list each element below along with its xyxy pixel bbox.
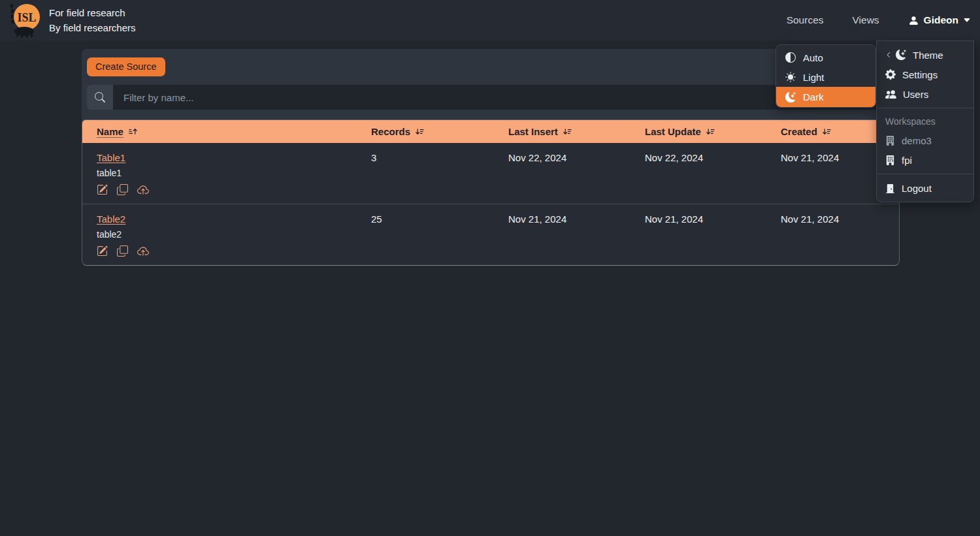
sun-icon [785,72,796,82]
theme-option-label: Light [803,72,825,83]
theme-option-light[interactable]: Light [776,67,875,87]
column-label: Last Update [645,126,701,137]
tagline-line-1: For field research [49,5,136,20]
table-name-link[interactable]: Table2 [97,213,125,225]
user-dropdown-menu: Theme Settings Users Workspaces demo3 fp… [876,40,974,202]
menu-divider [877,174,973,174]
svg-text:ISL: ISL [17,11,36,24]
last-insert-cell: Nov 22, 2024 [494,143,630,204]
menu-divider [877,108,973,108]
table-slug: table2 [97,229,357,240]
building-icon [885,155,895,165]
filter-bar [87,85,894,110]
caret-down-icon [963,16,971,24]
theme-option-label: Dark [803,91,824,102]
menu-item-settings[interactable]: Settings [877,65,973,84]
name-cell: Table2 table2 [82,204,357,265]
moon-stars-icon [785,92,796,102]
nav-link-views[interactable]: Views [853,14,879,26]
table-row: Table1 table1 3 Nov 22, 2024 Nov 22, 202… [82,143,899,204]
cloud-upload-icon[interactable] [137,184,149,196]
sort-desc-icon[interactable] [563,127,572,136]
nav-link-sources[interactable]: Sources [787,14,824,26]
door-icon [885,183,895,193]
sort-asc-icon[interactable] [128,127,138,136]
column-header-records[interactable]: Records [357,120,494,143]
column-header-last-insert[interactable]: Last Insert [494,120,630,143]
theme-option-label: Auto [803,52,823,63]
column-label: Name [97,126,123,137]
cloud-upload-icon[interactable] [137,245,149,257]
user-name: Gideon [924,14,958,26]
menu-item-workspace-fpi[interactable]: fpi [877,150,973,170]
created-cell: Nov 21, 2024 [766,204,899,265]
theme-option-auto[interactable]: Auto [776,48,875,67]
records-cell: 25 [357,204,494,265]
moon-stars-icon [896,50,906,60]
theme-option-dark[interactable]: Dark [776,87,875,107]
circle-half-icon [785,52,796,63]
sort-desc-icon[interactable] [706,127,715,136]
name-cell: Table1 table1 [82,143,357,204]
navbar: ISL For field research By field research… [0,0,980,40]
edit-icon[interactable] [97,184,108,196]
search-addon [87,85,113,110]
row-actions [97,245,357,265]
column-header-name[interactable]: Name [82,120,357,143]
menu-item-workspace-demo3[interactable]: demo3 [877,131,973,150]
create-source-button[interactable]: Create Source [87,57,165,76]
app-logo[interactable]: ISL [8,3,41,38]
chevron-left-icon [885,52,892,58]
sources-table: Name Records Last Insert Last Update [82,119,900,266]
menu-item-logout[interactable]: Logout [877,178,973,198]
workspace-label: demo3 [902,135,932,146]
copy-icon[interactable] [117,184,128,196]
person-icon [908,15,919,26]
tagline-line-2: By field researchers [49,20,136,35]
table-name-link[interactable]: Table1 [97,152,125,163]
last-update-cell: Nov 22, 2024 [630,143,766,204]
last-update-cell: Nov 21, 2024 [630,204,766,265]
user-menu-toggle[interactable]: Gideon [908,14,971,26]
column-label: Last Insert [508,126,558,137]
sort-desc-icon[interactable] [415,127,425,136]
gear-icon [885,69,896,80]
row-actions [97,184,357,204]
theme-submenu: Auto Light Dark [776,44,876,108]
column-label: Created [781,126,817,137]
table-slug: table1 [97,168,357,178]
search-icon [95,92,105,102]
menu-item-theme[interactable]: Theme [877,45,973,65]
column-header-last-update[interactable]: Last Update [630,120,766,143]
menu-item-label: Settings [902,69,938,80]
people-icon [885,89,896,100]
menu-item-label: Users [903,89,928,100]
building-icon [885,136,895,146]
menu-item-users[interactable]: Users [877,84,973,104]
isl-logo-icon: ISL [8,3,41,38]
brand-tagline: For field research By field researchers [49,5,136,35]
last-insert-cell: Nov 21, 2024 [494,204,630,265]
column-label: Records [371,126,410,137]
menu-item-label: Logout [902,183,932,194]
workspace-label: fpi [902,155,912,166]
sort-desc-icon[interactable] [822,127,832,136]
menu-item-label: Theme [913,50,943,61]
table-row: Table2 table2 25 Nov 21, 2024 Nov 21, 20… [82,204,899,265]
edit-icon[interactable] [97,245,108,257]
table-header: Name Records Last Insert Last Update [82,120,899,143]
records-cell: 3 [357,143,494,204]
copy-icon[interactable] [117,245,128,257]
workspaces-heading: Workspaces [877,112,973,131]
